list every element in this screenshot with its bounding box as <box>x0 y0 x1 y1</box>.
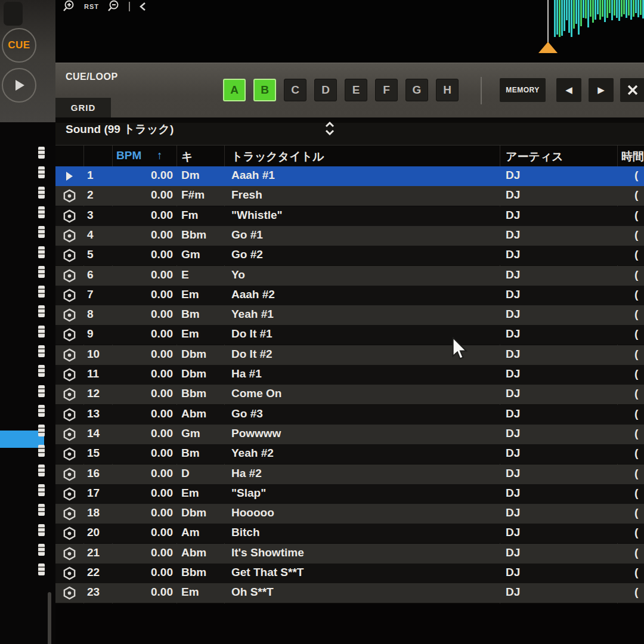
track-time: ( <box>634 427 638 440</box>
track-time: ( <box>634 526 638 539</box>
track-analyzed-icon <box>63 348 76 362</box>
deck-knob[interactable] <box>4 2 23 26</box>
chevron-left-icon[interactable] <box>138 1 148 13</box>
track-title: Oh S**T <box>231 586 274 599</box>
track-row[interactable]: 6 0.00 E Yo DJ ( <box>55 266 644 286</box>
tree-item-handle <box>38 365 45 377</box>
track-artist: DJ <box>506 586 520 599</box>
tab-grid[interactable]: GRID <box>55 98 111 117</box>
tree-item-handle <box>38 166 45 178</box>
track-row[interactable]: 2 0.00 F#m Fresh DJ ( <box>55 186 644 206</box>
track-row[interactable]: 12 0.00 Bbm Come On DJ ( <box>55 385 644 404</box>
tree-item-handle <box>38 286 45 298</box>
track-analyzed-icon <box>63 368 76 382</box>
column-header-time[interactable]: 時間 <box>621 149 644 165</box>
track-key: Dm <box>181 169 200 182</box>
track-title: Come On <box>231 387 281 400</box>
prev-memory-button[interactable]: ◀ <box>556 78 581 102</box>
track-title: Yeah #2 <box>231 447 274 460</box>
track-row[interactable]: 20 0.00 Am Bitch DJ ( <box>55 524 644 543</box>
track-bpm: 0.00 <box>115 487 173 500</box>
hotcue-button-g[interactable]: G <box>405 79 428 101</box>
track-row[interactable]: 10 0.00 Dbm Do It #2 DJ ( <box>55 345 644 365</box>
tree-item-handle <box>38 425 45 436</box>
tree-item-handle <box>38 385 45 397</box>
track-browser: Sound (99 トラック) BPM ↑ キ トラックタイトル アーティス 時… <box>55 117 644 604</box>
track-row[interactable]: 1 0.00 Dm Aaah #1 DJ ( <box>55 166 644 186</box>
track-bpm: 0.00 <box>115 367 173 380</box>
track-row[interactable]: 8 0.00 Bm Yeah #1 DJ ( <box>55 305 644 325</box>
tree-item-handle <box>38 326 45 338</box>
track-time: ( <box>634 268 638 281</box>
track-key: Am <box>181 526 200 539</box>
memory-button[interactable]: MEMORY <box>500 78 546 102</box>
track-artist: DJ <box>506 387 520 400</box>
track-analyzed-icon <box>63 388 76 401</box>
collection-label: Sound (99 トラック) <box>66 122 174 137</box>
zoom-out-icon[interactable] <box>107 0 120 13</box>
tree-item-handle <box>38 405 45 417</box>
track-row[interactable]: 15 0.00 Bm Yeah #2 DJ ( <box>55 444 644 464</box>
track-analyzed-icon <box>63 408 76 422</box>
track-row[interactable]: 7 0.00 Em Aaah #2 DJ ( <box>55 286 644 305</box>
cue-button[interactable]: CUE <box>2 28 36 63</box>
hotcue-button-e[interactable]: E <box>345 79 367 101</box>
tree-scrollbar[interactable] <box>48 592 51 644</box>
tree-item-handle <box>38 345 45 357</box>
track-artist: DJ <box>506 228 520 242</box>
track-row[interactable]: 9 0.00 Em Do It #1 DJ ( <box>55 325 644 345</box>
track-title: "Whistle" <box>231 209 283 222</box>
column-header-bpm[interactable]: BPM <box>116 149 141 162</box>
column-header-key[interactable]: キ <box>181 149 193 165</box>
hotcue-button-h[interactable]: H <box>436 79 459 101</box>
column-header-title[interactable]: トラックタイトル <box>231 149 324 165</box>
track-time: ( <box>634 188 638 202</box>
track-analyzed-icon <box>63 566 76 580</box>
track-row[interactable]: 11 0.00 Dbm Ha #1 DJ ( <box>55 365 644 385</box>
track-title: Get That S**T <box>231 566 304 579</box>
track-key: Bm <box>181 447 200 460</box>
hotcue-button-b[interactable]: B <box>253 79 276 101</box>
cue-marker-icon <box>538 42 558 53</box>
close-icon <box>627 84 639 96</box>
zoom-reset-button[interactable]: RST <box>84 3 99 10</box>
column-header-artist[interactable]: アーティス <box>506 149 564 165</box>
track-time: ( <box>634 506 638 519</box>
track-analyzed-icon <box>63 547 76 561</box>
track-row[interactable]: 17 0.00 Em "Slap" DJ ( <box>55 484 644 504</box>
track-artist: DJ <box>506 288 520 301</box>
hotcue-button-d[interactable]: D <box>314 79 337 101</box>
track-row[interactable]: 22 0.00 Bbm Get That S**T DJ ( <box>55 564 644 583</box>
track-row[interactable]: 16 0.00 D Ha #2 DJ ( <box>55 465 644 484</box>
track-number: 12 <box>87 387 100 400</box>
track-title: Yo <box>231 268 245 281</box>
track-number: 10 <box>87 348 100 361</box>
close-button[interactable] <box>620 78 644 102</box>
zoom-in-icon[interactable] <box>63 0 76 13</box>
track-key: E <box>181 268 189 281</box>
sort-toggle-icon[interactable] <box>324 120 336 137</box>
track-number: 8 <box>87 308 94 321</box>
hotcue-button-a[interactable]: A <box>223 79 246 101</box>
track-row[interactable]: 5 0.00 Gm Go #2 DJ ( <box>55 246 644 265</box>
track-title: Aaah #1 <box>231 169 275 182</box>
track-title: Powwww <box>231 427 281 440</box>
play-button[interactable] <box>2 68 36 103</box>
track-row[interactable]: 3 0.00 Fm "Whistle" DJ ( <box>55 206 644 226</box>
track-row[interactable]: 21 0.00 Abm It's Showtime DJ ( <box>55 544 644 564</box>
track-row[interactable]: 23 0.00 Em Oh S**T DJ ( <box>55 583 644 603</box>
track-row[interactable]: 14 0.00 Gm Powwww DJ ( <box>55 425 644 444</box>
tree-selection-bar[interactable] <box>0 431 44 448</box>
next-memory-button[interactable]: ▶ <box>589 78 614 102</box>
track-number: 13 <box>87 407 100 420</box>
track-row[interactable]: 13 0.00 Abm Go #3 DJ ( <box>55 405 644 425</box>
track-row[interactable]: 18 0.00 Dbm Hooooo DJ ( <box>55 504 644 524</box>
track-artist: DJ <box>506 248 520 261</box>
track-row[interactable]: 4 0.00 Bbm Go #1 DJ ( <box>55 226 644 246</box>
hotcue-button-f[interactable]: F <box>375 79 398 101</box>
hotcue-button-c[interactable]: C <box>284 79 306 101</box>
track-key: Dbm <box>181 348 206 361</box>
waveform-preview[interactable] <box>554 0 644 37</box>
track-time: ( <box>634 308 638 321</box>
track-bpm: 0.00 <box>115 228 173 242</box>
